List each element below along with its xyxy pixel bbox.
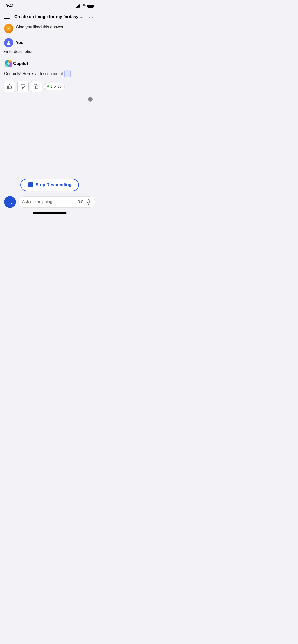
status-icons xyxy=(76,4,94,8)
user-person-icon xyxy=(6,40,11,46)
action-buttons: 2 of 30 xyxy=(4,81,95,92)
copy-icon xyxy=(34,84,39,89)
inline-image-placeholder xyxy=(64,70,71,77)
signal-bars-icon xyxy=(76,5,80,8)
new-chat-button[interactable] xyxy=(4,196,16,208)
svg-rect-8 xyxy=(36,86,38,89)
previous-response-text: Glad you liked this answer! xyxy=(16,24,64,30)
stop-responding-button[interactable]: Stop Responding xyxy=(20,179,79,191)
loading-indicator xyxy=(4,97,95,102)
battery-icon xyxy=(87,5,94,8)
conversation-title: Create an image for my fantasy ... xyxy=(14,14,87,19)
user-avatar xyxy=(4,38,13,47)
camera-icon xyxy=(78,199,83,205)
stop-responding-label: Stop Responding xyxy=(36,182,72,187)
copilot-name-label: Copilot xyxy=(13,61,28,66)
copilot-message-text: Certainly! Here’s a description of xyxy=(4,70,95,77)
bottom-bar xyxy=(0,194,99,211)
thumbs-up-icon xyxy=(7,84,12,89)
stop-responding-container: Stop Responding xyxy=(0,176,99,194)
new-chat-icon xyxy=(7,199,13,205)
copilot-header: Copilot xyxy=(4,59,95,68)
menu-button[interactable] xyxy=(4,13,12,21)
more-options-button[interactable]: ··· xyxy=(87,13,95,21)
copilot-message-section: Copilot Certainly! Here’s a description … xyxy=(4,59,95,92)
svg-point-2 xyxy=(8,41,9,43)
stop-icon xyxy=(28,182,33,187)
thumbs-up-button[interactable] xyxy=(4,81,15,92)
user-name-label: You xyxy=(16,40,24,45)
loading-dot xyxy=(88,97,93,102)
svg-point-11 xyxy=(79,201,81,203)
user-message-section: You write description xyxy=(4,38,95,54)
status-bar: 9:41 xyxy=(0,0,99,11)
copy-button[interactable] xyxy=(31,81,42,92)
previous-response: ✦ Glad you liked this answer! xyxy=(4,24,95,33)
copilot-avatar-small: ✦ xyxy=(4,24,13,33)
count-dot xyxy=(47,85,49,87)
header: Create an image for my fantasy ... ··· xyxy=(0,11,99,24)
chat-area: ✦ Glad you liked this answer! You write … xyxy=(0,24,99,176)
count-label: 2 of 30 xyxy=(51,84,62,89)
microphone-icon xyxy=(86,199,91,205)
user-header: You xyxy=(4,38,95,47)
home-indicator xyxy=(33,212,67,214)
wifi-icon xyxy=(82,4,86,8)
svg-point-7 xyxy=(7,62,10,65)
microphone-button[interactable] xyxy=(86,199,91,205)
user-message-text: write description xyxy=(4,49,95,54)
thumbs-down-button[interactable] xyxy=(17,81,29,92)
response-count-badge: 2 of 30 xyxy=(44,83,65,90)
thumbs-down-icon xyxy=(20,84,25,89)
copilot-logo-icon xyxy=(4,59,13,68)
status-time: 9:41 xyxy=(6,4,14,9)
svg-rect-12 xyxy=(88,200,89,202)
input-container xyxy=(18,196,95,208)
camera-button[interactable] xyxy=(78,199,83,205)
chat-input[interactable] xyxy=(22,200,75,204)
svg-text:✦: ✦ xyxy=(8,27,10,30)
